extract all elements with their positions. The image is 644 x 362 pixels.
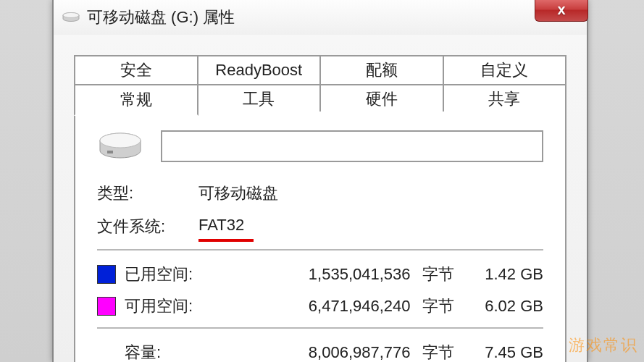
free-label: 可用空间: xyxy=(125,295,212,317)
svg-point-1 xyxy=(63,13,79,18)
bytes-unit: 字节 xyxy=(419,342,463,362)
svg-rect-4 xyxy=(107,151,113,153)
type-label: 类型: xyxy=(97,182,198,204)
free-space-row: 可用空间: 6,471,946,240 字节 6.02 GB xyxy=(97,295,543,317)
filesystem-label: 文件系统: xyxy=(97,216,198,237)
disk-large-icon xyxy=(97,129,143,164)
tab-quota[interactable]: 配额 xyxy=(319,55,444,84)
titlebar[interactable]: 可移动磁盘 (G:) 属性 x xyxy=(54,0,587,35)
tab-general[interactable]: 常规 xyxy=(74,84,198,116)
tab-custom[interactable]: 自定义 xyxy=(443,55,567,84)
bytes-unit: 字节 xyxy=(419,264,463,285)
free-bytes: 6,471,946,240 xyxy=(220,297,411,316)
tab-hardware[interactable]: 硬件 xyxy=(319,84,444,113)
type-value: 可移动磁盘 xyxy=(198,182,278,204)
tab-tools[interactable]: 工具 xyxy=(197,84,322,113)
close-icon: x xyxy=(557,1,565,18)
tab-sharing[interactable]: 共享 xyxy=(443,84,567,113)
capacity-row: 容量: 8,006,987,776 字节 7.45 GB xyxy=(97,342,543,362)
watermark: 游戏常识 xyxy=(569,334,638,356)
filesystem-value: FAT32 xyxy=(198,216,244,237)
capacity-label: 容量: xyxy=(125,342,212,362)
capacity-gb: 7.45 GB xyxy=(471,343,543,362)
divider xyxy=(97,327,543,329)
free-gb: 6.02 GB xyxy=(471,297,543,316)
used-label: 已用空间: xyxy=(125,264,212,285)
tab-readyboost[interactable]: ReadyBoost xyxy=(197,55,322,84)
tabs: 安全 ReadyBoost 配额 自定义 常规 工具 硬件 共享 xyxy=(54,35,587,362)
close-button[interactable]: x xyxy=(535,0,588,22)
tab-security[interactable]: 安全 xyxy=(74,55,198,84)
tab-content-general: 类型: 可移动磁盘 文件系统: FAT32 已用空间: 1,535,041,53… xyxy=(74,111,566,362)
properties-dialog: 可移动磁盘 (G:) 属性 x 安全 ReadyBoost 配额 自定义 常规 … xyxy=(52,0,588,362)
used-color-swatch xyxy=(97,265,116,284)
highlight-underline xyxy=(198,239,254,242)
disk-icon xyxy=(62,12,80,22)
capacity-bytes: 8,006,987,776 xyxy=(220,343,411,362)
divider xyxy=(97,249,543,251)
svg-point-3 xyxy=(100,133,141,148)
used-space-row: 已用空间: 1,535,041,536 字节 1.42 GB xyxy=(97,264,543,285)
used-bytes: 1,535,041,536 xyxy=(220,265,411,284)
volume-name-input[interactable] xyxy=(161,130,543,162)
free-color-swatch xyxy=(97,297,116,316)
window-title: 可移动磁盘 (G:) 属性 xyxy=(87,7,235,28)
bytes-unit: 字节 xyxy=(419,295,463,317)
used-gb: 1.42 GB xyxy=(471,265,543,284)
